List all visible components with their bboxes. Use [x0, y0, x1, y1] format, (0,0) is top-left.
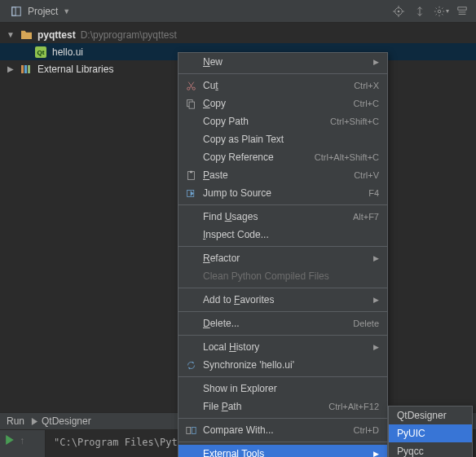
submenu-qtdesigner[interactable]: QtDesigner [389, 406, 472, 424]
separator [178, 204, 387, 205]
qt-ui-icon: Qt [34, 46, 47, 59]
scissors-icon [183, 81, 198, 91]
copy-icon [183, 99, 198, 109]
svg-rect-5 [21, 65, 24, 73]
library-icon [20, 63, 33, 76]
collapse-icon[interactable] [411, 2, 429, 20]
rerun-icon[interactable] [5, 435, 15, 447]
project-view-label: Project [28, 6, 58, 17]
chevron-down-icon: ▼ [7, 30, 15, 39]
chevron-down-icon: ▼ [63, 7, 70, 15]
separator [178, 311, 387, 312]
menu-copy-plain[interactable]: Copy as Plain Text [178, 130, 387, 148]
svg-rect-11 [189, 102, 195, 108]
chevron-right-icon: ▶ [7, 64, 15, 73]
separator [178, 335, 387, 336]
compare-icon [183, 425, 198, 436]
context-menu: New▶ CutCtrl+X CopyCtrl+C Copy PathCtrl+… [178, 52, 388, 457]
menu-external-tools[interactable]: External Tools▶ [178, 445, 387, 457]
svg-point-8 [187, 87, 189, 90]
svg-point-9 [192, 87, 195, 90]
submenu-pyqcc[interactable]: Pyqcc [389, 442, 472, 457]
separator [178, 442, 387, 442]
project-toolbar: Project ▼ ▾ [0, 0, 476, 23]
menu-paste[interactable]: PasteCtrl+V [178, 166, 387, 184]
svg-rect-6 [24, 65, 27, 73]
menu-synchronize[interactable]: Synchronize 'hello.ui' [178, 356, 387, 374]
root-path: D:\pyprogram\pyqttest [81, 29, 177, 41]
menu-new[interactable]: New▶ [178, 53, 387, 71]
sync-icon [183, 360, 198, 371]
menu-find-usages[interactable]: Find UsagesAlt+F7 [178, 208, 387, 226]
menu-show-explorer[interactable]: Show in Explorer [178, 380, 387, 398]
svg-rect-13 [189, 170, 192, 172]
menu-cut[interactable]: CutCtrl+X [178, 77, 387, 94]
menu-copy[interactable]: CopyCtrl+C [178, 94, 387, 112]
menu-add-favorites[interactable]: Add to Favorites▶ [178, 291, 387, 309]
svg-rect-7 [28, 65, 30, 73]
arrow-up-icon[interactable]: ↑ [20, 435, 24, 446]
menu-local-history[interactable]: Local History▶ [178, 338, 387, 356]
run-config-name: QtDesigner [42, 415, 91, 427]
hide-icon[interactable] [453, 2, 471, 20]
root-name: pyqttest [37, 29, 76, 41]
svg-rect-0 [12, 7, 21, 15]
menu-inspect-code[interactable]: Inspect Code... [178, 226, 387, 244]
external-tools-submenu: QtDesigner PyUIC Pyqcc [388, 406, 473, 457]
menu-jump-source[interactable]: Jump to SourceF4 [178, 184, 387, 202]
jump-icon [183, 188, 198, 199]
menu-refactor[interactable]: Refactor▶ [178, 249, 387, 267]
menu-copy-path[interactable]: Copy PathCtrl+Shift+C [178, 112, 387, 130]
locate-icon[interactable] [390, 2, 408, 20]
separator [178, 246, 387, 247]
separator [178, 418, 387, 419]
folder-icon [20, 29, 33, 42]
libs-name: External Libraries [37, 64, 113, 75]
menu-copy-reference[interactable]: Copy ReferenceCtrl+Alt+Shift+C [178, 148, 387, 166]
gear-icon[interactable]: ▾ [432, 2, 450, 20]
separator [178, 73, 387, 74]
menu-compare-with[interactable]: Compare With...Ctrl+D [178, 421, 387, 439]
separator [178, 288, 387, 288]
project-icon [10, 5, 23, 18]
svg-rect-1 [12, 7, 15, 15]
tree-root[interactable]: ▼ pyqttest D:\pyprogram\pyqttest [0, 26, 476, 43]
menu-delete[interactable]: Delete...Delete [178, 314, 387, 332]
project-view-selector[interactable]: Project ▼ [5, 3, 75, 20]
svg-rect-15 [186, 427, 190, 433]
console-gutter: ↑ [0, 430, 46, 457]
paste-icon [183, 170, 198, 181]
file-name: hello.ui [52, 46, 83, 58]
run-label: Run [7, 415, 24, 427]
svg-point-4 [438, 10, 441, 13]
run-config[interactable]: QtDesigner [31, 415, 91, 427]
separator [178, 376, 387, 377]
play-icon [31, 418, 38, 425]
svg-point-3 [398, 10, 400, 12]
submenu-pyuic[interactable]: PyUIC [389, 424, 472, 442]
svg-rect-16 [192, 427, 196, 433]
menu-clean-compiled: Clean Python Compiled Files [178, 267, 387, 285]
menu-file-path[interactable]: File PathCtrl+Alt+F12 [178, 398, 387, 415]
